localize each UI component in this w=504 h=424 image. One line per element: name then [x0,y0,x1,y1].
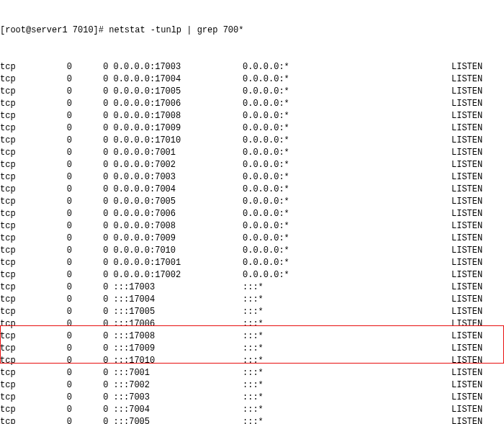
table-row: tcp0 0 0.0.0.0:170100.0.0.0:*LISTEN5398/… [0,135,504,147]
table-row: tcp0 0 0.0.0.0:70080.0.0.0:*LISTEN5388/r… [0,220,504,233]
col-local-addr: 0 0.0.0.0:17003 [72,61,163,73]
table-row: tcp0 0 0.0.0.0:170060.0.0.0:*LISTEN5302/… [0,98,504,110]
col-state: LISTEN [451,343,504,355]
col-state: LISTEN [451,220,504,233]
col-proto: tcp [0,245,43,257]
col-recvq: 0 [43,355,72,367]
col-foreign-addr: 0.0.0.0:* [243,110,451,122]
col-foreign-addr: :::* [243,306,451,318]
col-recvq: 0 [43,294,72,306]
table-row: tcp0 0 :::17003:::*LISTEN5292/redis-s [0,281,504,294]
table-row: tcp0 0 :::7002:::*LISTEN5317/redis-s [0,379,504,392]
table-row: tcp0 0 0.0.0.0:170050.0.0.0:*LISTEN5323/… [0,86,504,98]
col-foreign-addr: 0.0.0.0:* [243,171,451,184]
col-state: LISTEN [451,122,504,135]
col-foreign-addr: 0.0.0.0:* [243,208,451,220]
table-row: tcp0 0 0.0.0.0:170020.0.0.0:*LISTEN5317/… [0,269,504,281]
col-proto: tcp [0,208,43,220]
col-recvq: 0 [43,110,72,122]
col-local-addr: 0 0.0.0.0:7004 [72,184,163,196]
col-proto: tcp [0,122,43,135]
col-local-addr: 0 :::7005 [72,416,163,424]
col-state: LISTEN [451,159,504,171]
col-recvq: 0 [43,257,72,269]
col-state: LISTEN [451,294,504,306]
col-recvq: 0 [43,233,72,245]
col-proto: tcp [0,257,43,269]
table-row: tcp0 0 0.0.0.0:170080.0.0.0:*LISTEN5388/… [0,110,504,122]
col-state: LISTEN [451,404,504,416]
col-local-addr: 0 0.0.0.0:7005 [72,196,163,208]
table-row: tcp0 0 :::17010:::*LISTEN5398/redis-s [0,355,504,367]
col-state: LISTEN [451,367,504,379]
table-row: tcp0 0 0.0.0.0:170030.0.0.0:*LISTEN5292/… [0,61,504,73]
col-state: LISTEN [451,196,504,208]
col-proto: tcp [0,416,43,424]
col-foreign-addr: :::* [243,379,451,392]
col-state: LISTEN [451,147,504,159]
col-foreign-addr: 0.0.0.0:* [243,257,451,269]
col-recvq: 0 [43,343,72,355]
col-proto: tcp [0,184,43,196]
col-recvq: 0 [43,306,72,318]
col-local-addr: 0 :::7003 [72,392,163,404]
terminal[interactable]: [root@server1 7010]# netstat -tunlp | gr… [0,0,504,424]
col-state: LISTEN [451,330,504,343]
col-recvq: 0 [43,367,72,379]
col-foreign-addr: :::* [243,294,451,306]
col-foreign-addr: 0.0.0.0:* [243,196,451,208]
col-state: LISTEN [451,135,504,147]
col-foreign-addr: 0.0.0.0:* [243,135,451,147]
col-local-addr: 0 0.0.0.0:7003 [72,171,163,184]
netstat-output: tcp0 0 0.0.0.0:170030.0.0.0:*LISTEN5292/… [0,61,504,424]
col-foreign-addr: 0.0.0.0:* [243,269,451,281]
col-foreign-addr: :::* [243,355,451,367]
col-recvq: 0 [43,208,72,220]
table-row: tcp0 0 0.0.0.0:170040.0.0.0:*LISTEN5297/… [0,73,504,86]
col-state: LISTEN [451,306,504,318]
col-foreign-addr: 0.0.0.0:* [243,73,451,86]
col-proto: tcp [0,159,43,171]
col-recvq: 0 [43,135,72,147]
col-local-addr: 0 0.0.0.0:7002 [72,159,163,171]
col-recvq: 0 [43,330,72,343]
col-foreign-addr: 0.0.0.0:* [243,86,451,98]
col-recvq: 0 [43,184,72,196]
col-recvq: 0 [43,122,72,135]
col-local-addr: 0 0.0.0.0:7006 [72,208,163,220]
table-row: tcp0 0 0.0.0.0:70020.0.0.0:*LISTEN5317/r… [0,159,504,171]
col-local-addr: 0 :::17008 [72,330,163,343]
col-state: LISTEN [451,269,504,281]
col-proto: tcp [0,343,43,355]
table-row: tcp0 0 0.0.0.0:70050.0.0.0:*LISTEN5323/r… [0,196,504,208]
col-state: LISTEN [451,416,504,424]
col-local-addr: 0 0.0.0.0:7008 [72,220,163,233]
table-row: tcp0 0 0.0.0.0:70090.0.0.0:*LISTEN5393/r… [0,233,504,245]
col-recvq: 0 [43,171,72,184]
col-proto: tcp [0,392,43,404]
command-line: [root@server1 7010]# netstat -tunlp | gr… [0,24,504,37]
col-foreign-addr: :::* [243,404,451,416]
col-proto: tcp [0,196,43,208]
col-local-addr: 0 0.0.0.0:7001 [72,147,163,159]
col-state: LISTEN [451,392,504,404]
col-local-addr: 0 0.0.0.0:17002 [72,269,163,281]
col-local-addr: 0 :::17010 [72,355,163,367]
col-proto: tcp [0,306,43,318]
col-proto: tcp [0,86,43,98]
col-local-addr: 0 :::17004 [72,294,163,306]
col-recvq: 0 [43,220,72,233]
col-state: LISTEN [451,61,504,73]
col-proto: tcp [0,61,43,73]
table-row: tcp0 0 0.0.0.0:70040.0.0.0:*LISTEN5297/r… [0,184,504,196]
col-foreign-addr: 0.0.0.0:* [243,233,451,245]
table-row: tcp0 0 0.0.0.0:170090.0.0.0:*LISTEN5393/… [0,122,504,135]
col-recvq: 0 [43,98,72,110]
col-foreign-addr: :::* [243,281,451,294]
table-row: tcp0 0 :::7005:::*LISTEN5323/redis-s [0,416,504,424]
table-row: tcp0 0 :::7003:::*LISTEN5292/redis-s [0,392,504,404]
col-proto: tcp [0,281,43,294]
col-proto: tcp [0,404,43,416]
col-local-addr: 0 0.0.0.0:17008 [72,110,163,122]
col-state: LISTEN [451,281,504,294]
